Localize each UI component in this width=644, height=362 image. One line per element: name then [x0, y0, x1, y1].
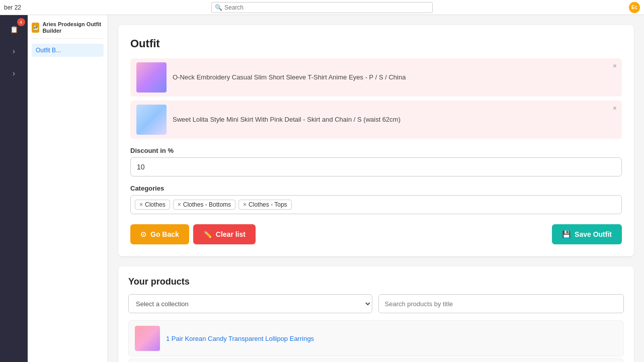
avatar[interactable]: Ec: [629, 2, 640, 13]
sidebar-nav-icon-2[interactable]: ›: [5, 64, 23, 82]
category-tag: ×Clothes - Tops: [238, 200, 292, 210]
outfit-item: Sweet Lolita Style Mini Skirt With Pink …: [130, 101, 622, 139]
nav-item-label: Outfit B...: [36, 47, 61, 54]
save-icon: 💾: [562, 230, 571, 238]
app-logo-icon: 🐏: [32, 23, 39, 33]
outfit-item-image: [136, 105, 167, 135]
badge-icon: 📋: [10, 26, 18, 33]
category-tag: ×Clothes: [135, 200, 170, 210]
nav-panel: 🐏 Aries Prodesign Outfit Builder Outfit …: [28, 15, 108, 362]
go-back-button[interactable]: ⊙ Go Back: [130, 224, 189, 244]
main-content: Outfit O-Neck Embroidery Casual Slim Sho…: [108, 15, 644, 362]
tag-label: Clothes: [145, 201, 166, 208]
topbar-search-input[interactable]: [224, 4, 429, 11]
outfit-title: Outfit: [130, 37, 622, 50]
product-title[interactable]: 1 Pair Korean Candy Transparent Lollipop…: [166, 335, 314, 342]
clear-icon: ✏️: [203, 230, 212, 238]
products-list: 1 Pair Korean Candy Transparent Lollipop…: [128, 320, 624, 362]
product-search-input[interactable]: [378, 294, 624, 313]
tag-remove-button[interactable]: ×: [243, 202, 247, 208]
tag-remove-button[interactable]: ×: [178, 202, 181, 208]
collection-select[interactable]: Select a collectionClothesAccessories: [128, 294, 372, 313]
chevron-right-icon-2: ›: [13, 69, 15, 78]
product-list-item: 1 Pair Korean Candy Transparent Lollipop…: [128, 320, 624, 356]
search-icon: 🔍: [215, 4, 222, 11]
products-section: Your products Select a collectionClothes…: [118, 266, 634, 362]
clear-list-button[interactable]: ✏️ Clear list: [193, 224, 256, 244]
outfit-item: O-Neck Embroidery Casual Slim Short Slee…: [130, 58, 622, 97]
chevron-right-icon: ›: [13, 47, 15, 56]
category-tag: ×Clothes - Bottoms: [173, 200, 235, 210]
outfit-item-text: Sweet Lolita Style Mini Skirt With Pink …: [167, 115, 616, 124]
action-buttons-row: ⊙ Go Back ✏️ Clear list 💾 Save Outfit: [130, 224, 622, 244]
outfit-item-text: O-Neck Embroidery Casual Slim Short Slee…: [167, 73, 616, 82]
tag-label: Clothes - Bottoms: [183, 201, 231, 208]
topbar: ber 22 🔍 Ec: [0, 0, 644, 15]
outfit-item-image: [136, 62, 167, 93]
back-icon: ⊙: [140, 230, 146, 238]
topbar-time: ber 22: [4, 4, 21, 11]
products-filters: Select a collectionClothesAccessories: [128, 294, 624, 313]
sidebar-nav-icon-1[interactable]: ›: [5, 42, 23, 60]
product-image: [135, 326, 160, 351]
product-list-item: 10 Colors Kawaii Plaid Checks Lolita OP …: [128, 358, 624, 362]
tag-label: Clothes - Tops: [249, 201, 287, 208]
outfit-item-remove-button[interactable]: ×: [613, 105, 617, 112]
categories-tags: ×Clothes×Clothes - Bottoms×Clothes - Top…: [130, 195, 622, 214]
app-title-text: Aries Prodesign Outfit Builder: [42, 21, 104, 34]
outfit-card: Outfit O-Neck Embroidery Casual Slim Sho…: [118, 25, 634, 256]
sidebar-badge-icon[interactable]: 📋 4: [5, 20, 23, 38]
outfit-items-list: O-Neck Embroidery Casual Slim Short Slee…: [130, 58, 622, 139]
categories-label: Categories: [130, 185, 622, 192]
sidebar-item-outfit-builder[interactable]: Outfit B...: [32, 44, 104, 57]
discount-input[interactable]: [130, 157, 622, 176]
badge-count: 4: [17, 18, 25, 26]
sidebar: 📋 4 › ›: [0, 15, 28, 362]
tag-remove-button[interactable]: ×: [139, 202, 143, 208]
save-outfit-button[interactable]: 💾 Save Outfit: [552, 224, 622, 244]
discount-label: Discount in %: [130, 147, 622, 154]
topbar-search-bar[interactable]: 🔍: [211, 2, 433, 13]
app-title: 🐏 Aries Prodesign Outfit Builder: [32, 21, 104, 39]
products-title: Your products: [128, 277, 624, 287]
outfit-item-remove-button[interactable]: ×: [613, 62, 617, 69]
left-buttons: ⊙ Go Back ✏️ Clear list: [130, 224, 256, 244]
